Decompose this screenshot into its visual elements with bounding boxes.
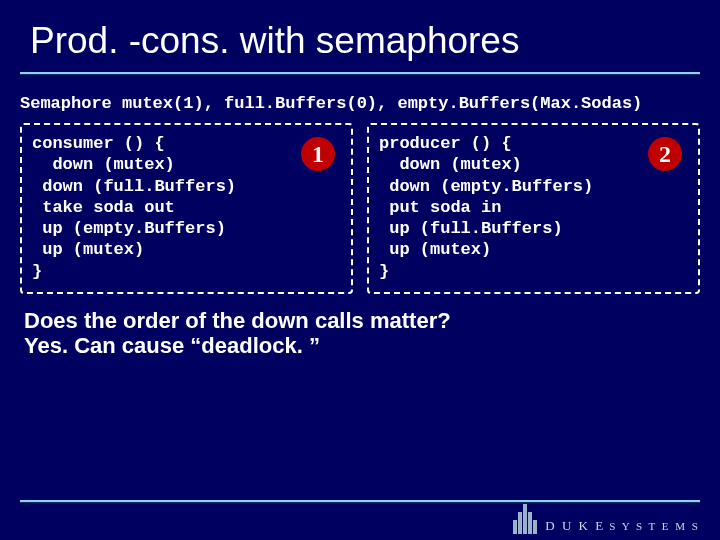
badge-2-icon: 2 xyxy=(648,137,682,171)
logo-word-duke: D U K E xyxy=(545,518,605,534)
question-line-1: Does the order of the down calls matter? xyxy=(24,308,696,333)
consumer-header: consumer () { down (mutex) xyxy=(32,133,301,176)
producer-line: up (mutex) xyxy=(379,239,688,260)
logo-word-systems: S Y S T E M S xyxy=(609,520,700,532)
badge-1-icon: 1 xyxy=(301,137,335,171)
question-text: Does the order of the down calls matter?… xyxy=(0,294,720,359)
slide-content: Semaphore mutex(1), full.Buffers(0), emp… xyxy=(0,74,720,294)
semaphore-declaration: Semaphore mutex(1), full.Buffers(0), emp… xyxy=(20,94,700,113)
producer-header: producer () { down (mutex) xyxy=(379,133,648,176)
consumer-line: up (mutex) xyxy=(32,239,341,260)
logo-text: D U K E S Y S T E M S xyxy=(545,518,700,534)
consumer-code-box: consumer () { down (mutex) 1 down (full.… xyxy=(20,123,353,294)
consumer-line: take soda out xyxy=(32,197,341,218)
consumer-line: down (full.Buffers) xyxy=(32,176,341,197)
producer-line: up (full.Buffers) xyxy=(379,218,688,239)
producer-line: put soda in xyxy=(379,197,688,218)
producer-line: } xyxy=(379,261,688,282)
producer-line: down (empty.Buffers) xyxy=(379,176,688,197)
logo-mark-icon xyxy=(513,504,537,534)
question-line-2: Yes. Can cause “deadlock. ” xyxy=(24,333,696,358)
consumer-line: } xyxy=(32,261,341,282)
consumer-line: up (empty.Buffers) xyxy=(32,218,341,239)
code-columns: consumer () { down (mutex) 1 down (full.… xyxy=(20,123,700,294)
duke-systems-logo: D U K E S Y S T E M S xyxy=(513,504,700,534)
slide-title: Prod. -cons. with semaphores xyxy=(0,0,720,72)
footer-rule xyxy=(20,500,700,502)
producer-code-box: producer () { down (mutex) 2 down (empty… xyxy=(367,123,700,294)
